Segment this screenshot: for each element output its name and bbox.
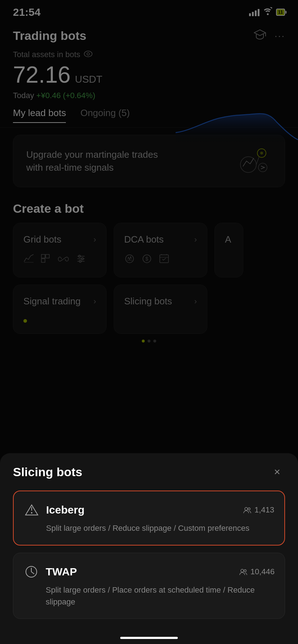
bottom-sheet-title: Slicing bots bbox=[13, 465, 82, 479]
svg-line-32 bbox=[31, 572, 34, 574]
twap-name: TWAP bbox=[46, 566, 77, 578]
iceberg-users-count: 1,413 bbox=[254, 505, 274, 515]
twap-desc: Split large orders / Place orders at sch… bbox=[46, 584, 275, 608]
twap-icon bbox=[23, 564, 39, 580]
svg-point-29 bbox=[248, 508, 250, 510]
twap-users: 10,446 bbox=[239, 567, 275, 576]
iceberg-option-header: Iceberg 1,413 bbox=[24, 502, 274, 518]
iceberg-option-card[interactable]: Iceberg 1,413 Split large orders / Reduc… bbox=[13, 491, 285, 546]
svg-point-28 bbox=[245, 507, 248, 510]
svg-point-27 bbox=[31, 512, 32, 514]
iceberg-desc: Split large orders / Reduce slippage / C… bbox=[46, 522, 274, 534]
iceberg-icon bbox=[24, 502, 40, 518]
twap-option-header: TWAP 10,446 bbox=[23, 564, 275, 580]
bottom-sheet: Slicing bots × Iceberg bbox=[0, 453, 298, 644]
svg-point-34 bbox=[244, 570, 246, 572]
twap-option-card[interactable]: TWAP 10,446 Split large orders / Place o… bbox=[13, 553, 285, 619]
svg-point-33 bbox=[241, 569, 244, 572]
twap-option-left: TWAP bbox=[23, 564, 77, 580]
iceberg-users: 1,413 bbox=[243, 505, 274, 515]
home-indicator bbox=[120, 637, 178, 639]
iceberg-name: Iceberg bbox=[46, 504, 85, 516]
close-button[interactable]: × bbox=[269, 464, 285, 480]
twap-users-count: 10,446 bbox=[250, 567, 275, 576]
bottom-sheet-header: Slicing bots × bbox=[13, 464, 285, 480]
iceberg-option-left: Iceberg bbox=[24, 502, 85, 518]
